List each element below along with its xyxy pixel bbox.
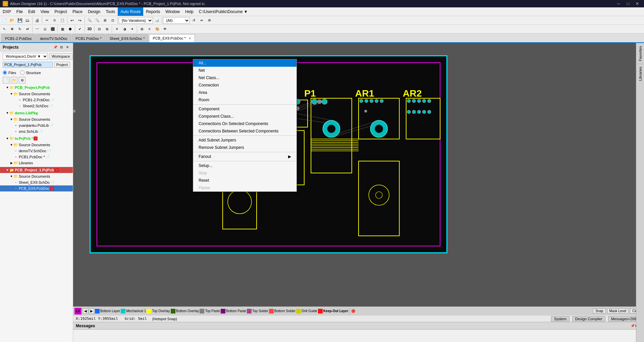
all-dropdown[interactable]: (All) xyxy=(163,17,190,24)
layer-keepout[interactable]: Keep-Out Layer xyxy=(318,309,348,314)
menu-componentclass[interactable]: Component Class... xyxy=(193,113,297,120)
tab-pcb1[interactable]: PCB1.PcbDoc * xyxy=(72,34,105,42)
layer-set-btn[interactable]: ≡ xyxy=(146,25,153,33)
select-btn[interactable]: ↖ xyxy=(1,25,8,33)
highlight-btn[interactable]: ☀ xyxy=(113,25,120,33)
workspace-dropdown[interactable]: Workspace1.DsnV ▼ xyxy=(3,53,48,60)
menu-window[interactable]: Window xyxy=(163,7,182,16)
menu-view[interactable]: View xyxy=(38,7,52,16)
pin-btn[interactable]: 📌 xyxy=(53,45,58,50)
fill-btn[interactable]: ▦ xyxy=(59,25,66,33)
tab-sheetex9[interactable]: Sheet_EX9.SchDoc * xyxy=(106,34,149,42)
libraries-tab[interactable]: Libraries xyxy=(637,64,644,83)
tree-pcbproj[interactable]: ▼ 📁 PCB_Project.PrjPcb xyxy=(0,84,73,91)
menu-net[interactable]: Net xyxy=(193,67,297,74)
menu-file[interactable]: File xyxy=(14,7,25,16)
layer-prev-btn[interactable]: ◀ xyxy=(83,308,88,314)
flip-btn[interactable]: ⇌ xyxy=(24,25,31,33)
paste-btn[interactable]: 📋 xyxy=(59,17,66,24)
cut-btn[interactable]: ✂ xyxy=(43,17,51,24)
menu-all[interactable]: All... xyxy=(193,59,297,67)
add-new-btn[interactable]: 📄 xyxy=(3,77,9,83)
expand-btn[interactable]: ⇔ xyxy=(198,17,205,24)
maximize-button[interactable]: □ xyxy=(624,1,632,7)
route-btn[interactable]: 〰 xyxy=(34,25,41,33)
layer-bottomsolder[interactable]: Bottom Solder xyxy=(269,309,296,314)
zoom-in-btn[interactable]: 🔍 xyxy=(86,17,93,24)
menu-setup[interactable]: Setup... xyxy=(193,162,297,169)
layer-bottompaste[interactable]: Bottom Paste xyxy=(221,309,246,314)
menu-help[interactable]: Help xyxy=(182,7,196,16)
add-existing-btn[interactable]: 📁 xyxy=(11,77,17,83)
pcb-canvas[interactable]: R7 R5 P1 AR1 AR2 xyxy=(73,43,644,306)
tree-srcdocs3[interactable]: ▼ 📁 Source Documents xyxy=(0,142,73,148)
tree-sheet2[interactable]: ▪ Sheet2.SchDoc 📄 xyxy=(0,103,73,109)
close-panel-btn[interactable]: ✕ xyxy=(65,45,70,50)
tree-smz[interactable]: ▪ smz.SchLib 📄 xyxy=(0,128,73,134)
display-btn[interactable]: 👁 xyxy=(161,25,169,33)
menu-connselected[interactable]: Connections On Selected Components xyxy=(193,120,297,127)
var-btn[interactable]: 📊 xyxy=(153,17,161,24)
variations-dropdown[interactable]: [No Variations] xyxy=(119,17,153,24)
workspace-button[interactable]: Workspace xyxy=(49,53,72,59)
pad-btn[interactable]: ⬛ xyxy=(49,25,56,33)
menu-design[interactable]: Design xyxy=(85,7,103,16)
menu-netclass[interactable]: Net Class... xyxy=(193,74,297,81)
refresh-btn[interactable]: ↺ xyxy=(190,17,198,24)
save-all-btn[interactable]: 🗂 xyxy=(24,17,31,24)
menu-dxp[interactable]: DXP xyxy=(0,7,14,16)
dim-btn[interactable]: ◑ xyxy=(121,25,128,33)
menu-tools[interactable]: Tools xyxy=(103,7,118,16)
system-tab[interactable]: System xyxy=(551,316,570,322)
zoom-fit-btn[interactable]: ⊞ xyxy=(101,17,109,24)
menu-reports[interactable]: Reports xyxy=(143,7,163,16)
rotate-btn[interactable]: ↻ xyxy=(16,25,23,33)
undo-btn[interactable]: ↩ xyxy=(68,17,76,24)
menu-place[interactable]: Place xyxy=(70,7,85,16)
menu-project[interactable]: Project xyxy=(52,7,70,16)
tree-pcbproj1[interactable]: ▼ 📁 PCB_Project_1.PrjPcb ! xyxy=(0,167,73,173)
tree-pcb1tv[interactable]: ▪ PCB1.PcbDoc * 📄 xyxy=(0,154,73,160)
radio-structure[interactable]: Structure xyxy=(20,70,41,75)
new-btn[interactable]: 📄 xyxy=(1,17,8,24)
tree-srcdocs2[interactable]: ▼ 📁 Source Documents xyxy=(0,116,73,122)
layer-topoverlay[interactable]: Top Overlay xyxy=(147,309,170,314)
menu-edit[interactable]: Edit xyxy=(25,7,38,16)
menu-path[interactable]: C:\Users\Public\Docume ▼ xyxy=(196,7,251,16)
radio-files-input[interactable] xyxy=(3,70,7,75)
tab-pcb1-2[interactable]: PCB1-2.PcbDoc xyxy=(1,34,36,42)
layer-bottomoverlay[interactable]: Bottom Overlay xyxy=(171,309,199,314)
radio-files[interactable]: Files xyxy=(3,70,16,75)
tree-yuanjianku[interactable]: ▪ yuanjianku.PcbLib 📄 xyxy=(0,122,73,128)
array-btn[interactable]: ⊞ xyxy=(103,25,111,33)
layer-drillguide[interactable]: Drill Guide xyxy=(296,309,317,314)
3d-btn[interactable]: 3D xyxy=(86,25,93,33)
grid-btn[interactable]: ⊞ xyxy=(138,25,146,33)
close-button[interactable]: ✕ xyxy=(633,1,641,7)
tree-srcdocs1[interactable]: ▼ 📁 Source Documents xyxy=(0,91,73,97)
poly-btn[interactable]: ⬟ xyxy=(66,25,74,33)
menu-connection[interactable]: Connection xyxy=(193,81,297,89)
via-btn[interactable]: ◎ xyxy=(41,25,49,33)
menu-fanout[interactable]: Fanout ▶ xyxy=(193,153,297,160)
layer-topsolder[interactable]: Top Solder xyxy=(247,309,268,314)
msg-pin-btn[interactable]: 📌 xyxy=(631,324,635,328)
drc-btn[interactable]: ✔ xyxy=(76,25,84,33)
tree-tvprj[interactable]: ▼ 📁 tv.PrjPcb * ! xyxy=(0,135,73,141)
tab-pcbex9[interactable]: PCB_EX9.PcbDoc * ✕ xyxy=(149,34,195,42)
tab-close-pcbex9[interactable]: ✕ xyxy=(189,37,191,40)
favorites-tab[interactable]: Favorites xyxy=(637,43,644,64)
zoom-sel-btn[interactable]: ⊡ xyxy=(109,17,116,24)
open-btn[interactable]: 📂 xyxy=(8,17,16,24)
mask-level-btn[interactable]: Mask Level xyxy=(607,308,629,314)
zoom-out-btn[interactable]: 🔍 xyxy=(94,17,101,24)
files-config-btn[interactable]: ⚙ xyxy=(19,77,25,83)
snap-btn[interactable]: Snap xyxy=(593,308,605,314)
menu-component[interactable]: Component xyxy=(193,105,297,113)
menu-autoroute[interactable]: Auto Route xyxy=(118,7,143,16)
layer-toppaste[interactable]: Top Paste xyxy=(200,309,220,314)
tree-pcb1-2[interactable]: ▪ PCB1-2.PcbDoc 📄 xyxy=(0,97,73,103)
tree-demotv[interactable]: ▪ demoTV.SchDoc 📄 xyxy=(0,148,73,154)
tree-pcbex9[interactable]: ▪ PCB_EX9.PcbDoc ! xyxy=(0,185,73,191)
tab-demotv[interactable]: demoTV.SchDoc xyxy=(36,34,71,42)
